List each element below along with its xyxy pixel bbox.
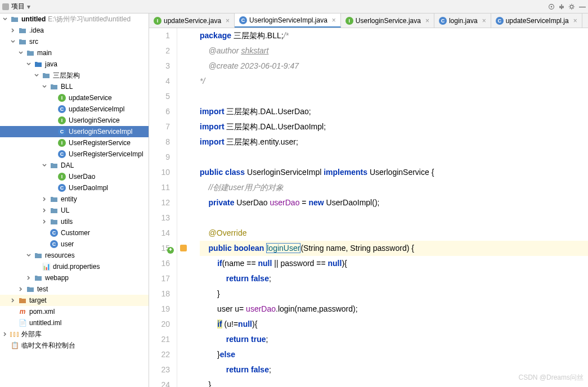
class-icon: C [439,17,447,25]
class-icon: C [57,183,66,192]
tab-updateService.java[interactable]: IupdateService.java× [149,14,235,28]
code-line-9[interactable] [200,150,588,165]
interface-icon: I [57,116,66,125]
chevron-right-icon[interactable] [10,298,16,303]
code-editor[interactable]: package 三层架构.BLL;/* @author shkstart @cr… [177,28,588,387]
dropdown-icon[interactable]: ▾ [27,3,30,11]
target-icon[interactable] [547,3,555,11]
chevron-down-icon[interactable] [18,50,24,56]
code-line-11[interactable]: //创建user用户的对象 [200,180,588,195]
code-line-12[interactable]: private UserDao userDao = new UserDaoImp… [200,195,588,210]
editor-tabs[interactable]: IupdateService.java×CUserloginServiceImp… [149,14,588,28]
chevron-down-icon[interactable] [26,253,32,258]
code-line-21[interactable]: return true; [200,332,588,347]
code-line-16[interactable]: if(name == null || password == null){ [200,256,588,271]
tab-UserloginServiceImpl.java[interactable]: CUserloginServiceImpl.java× [235,14,341,28]
close-icon[interactable]: × [226,17,230,25]
scratch-icon: 📋 [10,341,19,350]
tree-dal[interactable]: DAL [0,160,149,171]
class-icon: C [50,240,59,249]
code-line-14[interactable]: @Override [200,226,588,241]
tree-arch[interactable]: 三层架构 [0,70,149,81]
tree-UserDao[interactable]: IUserDao [0,171,149,182]
code-line-1[interactable]: package 三层架构.BLL;/* [200,28,588,43]
tree-iml[interactable]: 📄untitled.iml [0,317,149,328]
tree-resources[interactable]: resources [0,250,149,261]
chevron-right-icon[interactable] [2,331,8,337]
tree-updateService[interactable]: IupdateService [0,92,149,104]
chevron-down-icon[interactable] [2,16,8,22]
code-line-3[interactable]: @create 2023-06-01-9:47 [200,58,588,74]
code-line-5[interactable] [200,89,588,104]
folder-icon [26,285,35,294]
code-line-8[interactable]: import 三层架构.entity.user; [200,134,588,150]
chevron-right-icon[interactable] [42,219,47,224]
tree-user[interactable]: Cuser [0,238,149,250]
tree-UserDaoImpl[interactable]: CUserDaoImpl [0,182,149,194]
code-line-20[interactable]: if (u!=null){ [200,317,588,332]
tree-UserloginService[interactable]: IUserloginService [0,115,149,126]
folder-icon [18,296,27,305]
tree-customer[interactable]: CCustomer [0,227,149,238]
gear-icon[interactable] [568,3,576,11]
code-line-4[interactable]: */ [200,74,588,89]
code-line-22[interactable]: }else [200,347,588,362]
project-tree[interactable]: untitledE:\扬州学习\untitled\untitled.ideasr… [0,14,149,387]
tree-utils[interactable]: utils [0,216,149,227]
tab-UserloginService.java[interactable]: IUserloginService.java× [341,14,434,28]
close-icon[interactable]: × [332,16,336,24]
tree-root[interactable]: untitledE:\扬州学习\untitled\untitled [0,14,149,25]
tree-updateServiceImpl[interactable]: CupdateServiceImpl [0,104,149,115]
tree-scratch[interactable]: 📋临时文件和控制台 [0,340,149,351]
code-line-15[interactable]: public boolean loginUser(String name, St… [200,241,588,256]
chevron-right-icon[interactable] [10,28,16,33]
folder-icon [34,273,43,282]
tree-java[interactable]: java [0,58,149,70]
code-line-19[interactable]: user u= userDao.login(name,password); [200,302,588,317]
tree-pom[interactable]: mpom.xml [0,306,149,317]
tab-login.java[interactable]: Clogin.java× [434,14,491,28]
tree-UserRegisterServiceImpl[interactable]: CUserRegisterServiceImpl [0,148,149,160]
tree-ul[interactable]: UL [0,205,149,216]
tree-druid[interactable]: 📊druid.properties [0,261,149,272]
close-icon[interactable]: × [425,17,429,25]
tree-webapp[interactable]: webapp [0,272,149,284]
tree-UserloginServiceImpl[interactable]: CUserloginServiceImpl [0,126,149,137]
close-icon[interactable]: × [573,17,577,25]
close-icon[interactable]: × [482,17,486,25]
chevron-down-icon[interactable] [10,39,16,44]
folder-icon [18,26,27,35]
chevron-right-icon[interactable] [26,275,32,281]
tree-bll[interactable]: BLL [0,81,149,92]
code-line-7[interactable]: import 三层架构.DAL.UserDaoImpl; [200,119,588,134]
code-line-6[interactable]: import 三层架构.DAL.UserDao; [200,104,588,119]
minimize-icon[interactable]: — [579,3,586,11]
tree-entity[interactable]: entity [0,194,149,205]
class-icon: C [57,127,66,136]
folder-icon [42,71,51,80]
tree-test[interactable]: test [0,284,149,295]
chevron-right-icon[interactable] [42,208,47,213]
code-line-2[interactable]: @author shkstart [200,43,588,58]
code-line-18[interactable]: } [200,286,588,302]
code-line-10[interactable]: public class UserloginServiceImpl implem… [200,165,588,180]
folder-icon [18,37,27,46]
project-label[interactable]: 项目 [11,2,25,11]
chevron-down-icon[interactable] [42,163,47,168]
tree-UserRegisterService[interactable]: IUserRegisterService [0,137,149,148]
code-line-17[interactable]: return false; [200,271,588,286]
chevron-down-icon[interactable] [26,61,32,67]
chevron-right-icon[interactable] [18,286,24,292]
tree-main[interactable]: main [0,47,149,58]
code-line-13[interactable] [200,210,588,226]
tree-target[interactable]: target [0,295,149,306]
class-icon: C [239,16,247,24]
chevron-right-icon[interactable] [42,196,47,202]
tree-ext[interactable]: ⫿⫿⫿外部库 [0,328,149,340]
chevron-down-icon[interactable] [42,84,47,89]
chevron-down-icon[interactable] [34,73,39,78]
tab-updateServiceImpl.ja[interactable]: CupdateServiceImpl.ja× [491,14,582,28]
expand-icon[interactable]: ≑ [559,3,564,11]
tree-src[interactable]: src [0,36,149,47]
tree-idea[interactable]: .idea [0,25,149,36]
